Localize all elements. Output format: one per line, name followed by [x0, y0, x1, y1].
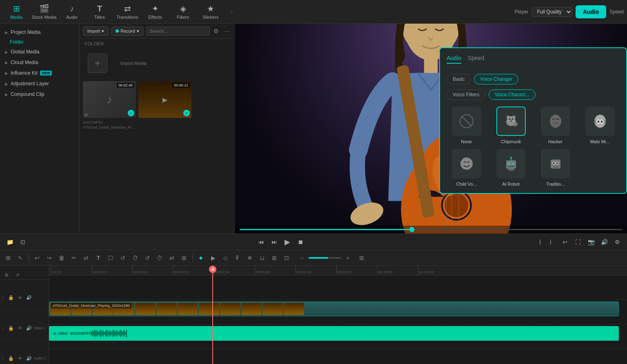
quality-select[interactable]: Full Quality — [532, 7, 572, 17]
tl-play-icon[interactable]: ▶ — [208, 253, 218, 263]
voice-item-hacker[interactable]: Hacker — [536, 107, 575, 144]
tab-audio[interactable]: Audio — [447, 55, 461, 64]
sub-tab-voice-changer[interactable]: Voice Changer — [474, 74, 518, 84]
sidebar-item-adjustment-layer[interactable]: ▶ Adjustment Layer — [0, 78, 79, 89]
tl-track-icon[interactable]: ⊞ — [269, 253, 279, 263]
tl-crop-icon[interactable]: ☐ — [106, 253, 116, 263]
media-item-audio[interactable]: ♪ 00:02:40 ✓ ≋ — [83, 81, 136, 118]
zoom-in-icon[interactable]: + — [343, 253, 353, 263]
tl-freeze-icon[interactable]: ❄ — [245, 253, 255, 263]
more-options-icon[interactable]: ··· — [223, 26, 231, 36]
sidebar-item-project-media[interactable]: ▶ Project Media — [0, 27, 79, 38]
toolbar-transitions[interactable]: ⇄ Transitions — [114, 1, 140, 22]
voice-item-child-vo[interactable]: Child Vo... — [447, 149, 486, 186]
sidebar-item-global-media[interactable]: ▶ Global Media — [0, 47, 79, 57]
tl-group-icon[interactable]: ⊞ — [179, 253, 189, 263]
folder-icon[interactable]: 📁 — [5, 237, 15, 247]
zoom-track[interactable] — [309, 257, 341, 259]
tl-rotate-icon[interactable]: ↺ — [118, 253, 128, 263]
tl-cut-icon[interactable]: ✂ — [69, 253, 79, 263]
chipmunk-icon-wrap — [496, 107, 526, 136]
audio-clip[interactable]: ai_robot 2412238767 — [49, 326, 619, 341]
voice-item-male-mi[interactable]: Male Mi... — [580, 107, 620, 144]
play-btn[interactable]: ▶ — [282, 237, 292, 247]
tl-text-icon[interactable]: T — [93, 253, 103, 263]
sidebar-item-folder[interactable]: Folder — [0, 38, 79, 47]
track-visible-icon[interactable]: 👁 — [16, 294, 24, 302]
filter-icon[interactable]: ⚙ — [212, 26, 220, 36]
import-btn[interactable]: Import ▾ — [83, 27, 109, 36]
track-a1-icon[interactable]: 🔒 — [7, 355, 15, 362]
tl-grid-icon[interactable]: ⊞ — [357, 253, 367, 263]
filter-tab-voice-filters[interactable]: Voice Filters — [447, 89, 485, 100]
tl-mark-icon[interactable]: ◇ — [220, 253, 230, 263]
tl-keyframe-icon[interactable]: ⏱ — [155, 253, 165, 263]
media-item-video[interactable]: ▶ 00:00:12 ✓ — [138, 81, 191, 118]
sub-tab-basic[interactable]: Basic — [447, 74, 471, 84]
splitscreen-icon[interactable]: ⊡ — [18, 237, 28, 247]
toolbar-audio[interactable]: ♪ Audio — [59, 1, 85, 22]
playhead[interactable]: ✕ — [212, 266, 213, 364]
tab-speed[interactable]: Speed — [468, 55, 484, 64]
track-settings-icon[interactable]: ↺ — [13, 270, 22, 280]
toolbar-expand-btn[interactable]: › — [227, 7, 237, 17]
audio-panel-tab-btn[interactable]: Audio — [576, 5, 607, 18]
track-v1-icon[interactable]: 🔒 — [7, 324, 15, 332]
add-track-icon[interactable]: ⊞ — [2, 270, 11, 280]
stop-btn[interactable]: ⏹ — [296, 237, 305, 247]
toolbar-stickers[interactable]: ★ Stickers — [198, 1, 224, 22]
prev-frame-btn[interactable]: ⏭ — [269, 237, 279, 247]
tl-more-icon[interactable]: ⊡ — [282, 253, 291, 263]
toolbar-stock-media[interactable]: 🎬 Stock Media — [31, 1, 57, 22]
voice-item-traditio[interactable]: Traditio... — [536, 149, 575, 186]
tl-select-icon[interactable]: ↖ — [16, 253, 25, 263]
loop-icon[interactable]: ↩ — [560, 237, 570, 247]
progress-track[interactable] — [240, 229, 622, 230]
filter-tab-voice-charact[interactable]: Voice Charact... — [489, 89, 536, 100]
mark-out-icon[interactable]: ｝ — [547, 237, 557, 247]
settings-icon[interactable]: ⚙ — [612, 237, 622, 247]
playhead-head[interactable]: ✕ — [209, 266, 216, 273]
track-a1-visible[interactable]: 👁 — [16, 355, 24, 362]
tl-snap-icon[interactable]: ⊞ — [3, 253, 13, 263]
voice-item-none[interactable]: None — [447, 107, 486, 144]
tl-undo-icon[interactable]: ↩ — [32, 253, 42, 263]
tl-record-btn[interactable]: ● — [196, 253, 206, 263]
tl-merge-icon[interactable]: ⊔ — [257, 253, 267, 263]
sidebar-item-influence-kit[interactable]: ▶ Influence Kit NEW — [0, 68, 79, 78]
volume-icon[interactable]: 🔊 — [599, 237, 609, 247]
tl-timer-icon[interactable]: ⏱ — [130, 253, 140, 263]
track-audio-icon[interactable]: 🔊 — [25, 294, 33, 302]
toolbar-titles[interactable]: T Titles — [87, 1, 113, 22]
video-clip[interactable]: 4750144_Guitar_Musician_Playing_1920x108… — [49, 302, 619, 316]
track-v1-sound[interactable]: 🔊 — [25, 324, 33, 332]
tl-split-icon[interactable]: ⇄ — [167, 253, 177, 263]
toolbar-effects[interactable]: ✦ Effects — [142, 1, 168, 22]
toolbar-media[interactable]: ⊞ Media — [3, 1, 29, 22]
snapshot-icon[interactable]: 📷 — [586, 237, 596, 247]
zoom-out-icon[interactable]: − — [297, 253, 307, 263]
tl-audio-extract-icon[interactable]: ⇄ — [81, 253, 91, 263]
voice-item-ai-robot[interactable]: AI Robot — [491, 149, 531, 186]
tl-delete-icon[interactable]: 🗑 — [57, 253, 67, 263]
mark-in-icon[interactable]: ｛ — [534, 237, 544, 247]
progress-thumb[interactable] — [409, 227, 414, 232]
step-back-btn[interactable]: ⏮ — [256, 237, 266, 247]
timeline-tracks[interactable]: 00:00 00:00:01 00:00:02 00:00:03 00:00:0… — [49, 266, 627, 364]
track-lock-icon[interactable]: 🔒 — [7, 294, 15, 302]
tl-redo-icon[interactable]: ↪ — [44, 253, 54, 263]
tl-audio-icon[interactable]: 🎙 — [233, 253, 242, 263]
voice-item-chipmunk[interactable]: Chipmunk — [491, 107, 531, 144]
track-a1-sound[interactable]: 🔊 — [25, 355, 33, 362]
search-input[interactable] — [146, 27, 210, 36]
progress-bar-container[interactable] — [235, 226, 627, 233]
tl-speed-icon[interactable]: ↺ — [142, 253, 152, 263]
progress-fill — [240, 229, 412, 230]
record-btn[interactable]: Record ▾ — [111, 27, 143, 36]
fullscreen-icon[interactable]: ⛶ — [573, 237, 583, 247]
add-media-btn[interactable]: + — [88, 53, 107, 73]
track-v1-visible[interactable]: 👁 — [16, 324, 24, 332]
sidebar-item-compound-clip[interactable]: ▶ Compound Clip — [0, 89, 79, 100]
toolbar-filters[interactable]: ◈ Filters — [170, 1, 196, 22]
sidebar-item-cloud-media[interactable]: ▶ Cloud Media — [0, 57, 79, 68]
